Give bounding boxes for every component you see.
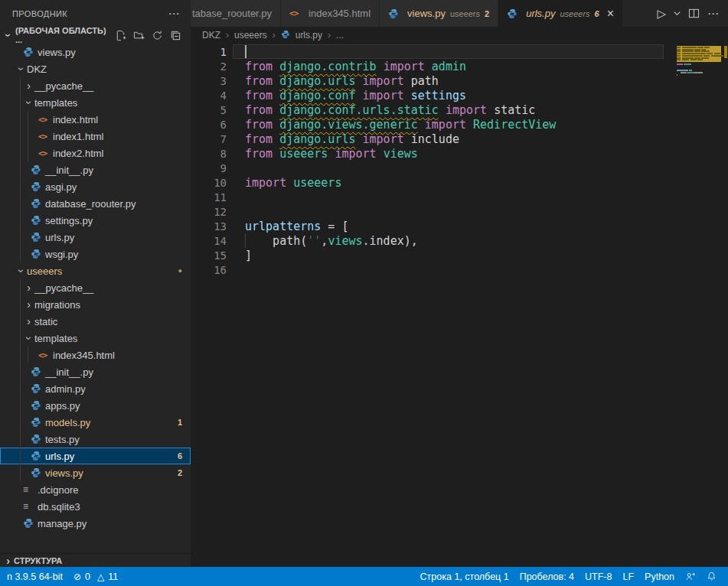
indent-guide (20, 77, 21, 94)
line-number: 16 (191, 264, 227, 276)
editor-group: tabase_roouter.py<>index345.htmlviews.py… (191, 0, 728, 567)
tree-file-urls.py[interactable]: urls.py (0, 229, 191, 246)
breadcrumb-item-urls.py[interactable]: urls.py (295, 30, 322, 41)
tree-item-label: urls.py (45, 232, 74, 243)
tree-file-database_roouter.py[interactable]: database_roouter.py (0, 195, 191, 212)
minimap-line (697, 47, 704, 48)
status-bar: n 3.9.5 64-bit⊘0△11Строка 1, столбец 1Пр… (0, 567, 728, 586)
cursor-position-status[interactable]: Строка 1, столбец 1 (415, 567, 514, 586)
tree-file-db.sqlite3[interactable]: ≡db.sqlite3 (0, 498, 191, 515)
indent-guide (20, 94, 21, 111)
close-icon[interactable]: × (607, 8, 614, 20)
tree-folder-__pycache__[interactable]: ›__pycache__ (0, 279, 191, 296)
line-number: 3 (191, 75, 227, 87)
workspace-section-label: (РАБОЧАЯ ОБЛАСТЬ) ... (15, 26, 115, 44)
run-python-file-button[interactable]: ▷ (657, 7, 666, 21)
minimap-line (677, 53, 681, 54)
tree-file-index2.html[interactable]: <>index2.html (0, 145, 191, 161)
tree-file-__init__.py[interactable]: __init__.py (0, 161, 191, 178)
python-file-icon (31, 383, 45, 394)
minimap-line (677, 70, 688, 71)
tree-folder-templates[interactable]: ›templates (0, 94, 191, 111)
tab-description: useeers (560, 9, 589, 18)
breadcrumb-item-useeers[interactable]: useeers (234, 30, 267, 41)
python-interpreter-status[interactable]: n 3.9.5 64-bit (2, 567, 68, 586)
tree-folder-static[interactable]: ›static (0, 313, 191, 330)
breadcrumb-item-...[interactable]: ... (336, 30, 344, 41)
indent-guide (20, 145, 21, 161)
code-editor[interactable]: 12from django.contrib import admin3from … (191, 44, 728, 567)
eol-status[interactable]: LF (617, 567, 639, 586)
tree-file-.dcignore[interactable]: ≡.dcignore (0, 481, 191, 498)
python-file-icon (23, 518, 38, 529)
tab-views.py[interactable]: views.pyuseeers2 (380, 0, 498, 27)
python-file-icon (281, 30, 290, 41)
main-area: ПРОВОДНИК ⋯ › (РАБОЧАЯ ОБЛАСТЬ) ... view… (0, 0, 728, 567)
collapse-all-icon[interactable] (170, 30, 181, 41)
minimap-line (694, 72, 703, 73)
tree-file-manage.py[interactable]: manage.py (0, 515, 191, 532)
tree-file-models.py[interactable]: models.py1 (0, 414, 191, 431)
tab-urls.py[interactable]: urls.pyuseeers6× (498, 0, 623, 27)
tree-folder-migrations[interactable]: ›migrations (0, 296, 191, 313)
modified-dot-badge: ● (178, 267, 182, 275)
tree-item-label: templates (34, 97, 77, 109)
tab-index345.html[interactable]: <>index345.html (281, 0, 380, 27)
tree-item-label: .dcignore (38, 484, 78, 496)
minimap-line (689, 72, 694, 73)
tree-item-label: db.sqlite3 (38, 501, 80, 513)
bell-icon[interactable] (701, 567, 722, 586)
indent-guide (20, 128, 21, 145)
errors-icon: ⊘ (73, 571, 81, 582)
tree-folder-__pycache__[interactable]: ›__pycache__ (0, 77, 191, 94)
line-number: 10 (191, 177, 227, 189)
tree-folder-templates[interactable]: ›templates (0, 330, 191, 347)
tree-file-views.py[interactable]: views.py (0, 44, 191, 60)
tree-file-views.py[interactable]: views.py2 (0, 464, 191, 481)
tree-file-tests.py[interactable]: tests.py (0, 431, 191, 448)
minimap-line (677, 49, 681, 50)
outline-section-header[interactable]: › СТРУКТУРА (0, 553, 191, 567)
tree-file-asgi.py[interactable]: asgi.py (0, 178, 191, 195)
minimap-line (682, 55, 703, 57)
workspace-section-actions (115, 30, 191, 41)
split-editor-icon[interactable] (688, 8, 700, 19)
tree-file-index1.html[interactable]: <>index1.html (0, 128, 191, 145)
new-folder-icon[interactable] (133, 30, 145, 41)
code-line-4: 4from django.conf import settings (191, 88, 728, 103)
tab-problems-badge: 2 (485, 9, 489, 18)
more-actions-icon[interactable]: ⋯ (707, 7, 719, 21)
explorer-more-actions-icon[interactable]: ⋯ (168, 7, 180, 21)
minimap[interactable] (670, 44, 723, 151)
minimap-line (682, 53, 706, 54)
tree-folder-useeers[interactable]: ›useeers● (0, 262, 191, 279)
minimap-line (682, 57, 694, 59)
chevron-right-icon: › (23, 80, 34, 91)
chevron-down-icon: › (24, 333, 34, 344)
tab-tabase_roouter.py[interactable]: tabase_roouter.py (191, 0, 281, 27)
html-file-icon: <> (38, 132, 53, 142)
indentation-status[interactable]: Пробелов: 4 (514, 567, 579, 586)
feedback-icon[interactable] (680, 567, 701, 586)
tree-file-index.html[interactable]: <>index.html (0, 111, 191, 128)
workspace-section-header[interactable]: › (РАБОЧАЯ ОБЛАСТЬ) ... (0, 27, 191, 44)
tree-file-index345.html[interactable]: <>index345.html (0, 347, 191, 363)
tree-file-settings.py[interactable]: settings.py (0, 212, 191, 229)
problems-status[interactable]: ⊘0△11 (68, 567, 123, 586)
breadcrumb-item-DKZ[interactable]: DKZ (202, 30, 220, 41)
run-dropdown-chevron-icon[interactable] (674, 10, 681, 17)
tree-folder-DKZ[interactable]: ›DKZ (0, 60, 191, 77)
language-mode-status[interactable]: Python (639, 567, 680, 586)
tree-file-__init__.py[interactable]: __init__.py (0, 363, 191, 380)
overview-ruler-warning-mark (724, 46, 727, 58)
tree-file-admin.py[interactable]: admin.py (0, 380, 191, 397)
new-file-icon[interactable] (115, 30, 126, 41)
refresh-icon[interactable] (152, 30, 163, 41)
tree-file-apps.py[interactable]: apps.py (0, 397, 191, 414)
python-file-icon (31, 164, 45, 175)
tree-file-urls.py[interactable]: urls.py6 (0, 448, 191, 464)
tree-file-wsgi.py[interactable]: wsgi.py (0, 246, 191, 262)
code-line-16: 16 (191, 262, 728, 277)
encoding-status[interactable]: UTF-8 (579, 567, 617, 586)
line-number: 7 (191, 133, 227, 145)
